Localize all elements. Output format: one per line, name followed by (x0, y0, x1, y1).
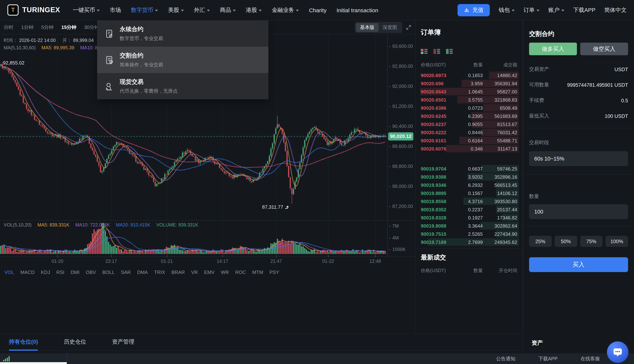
indicator-dma[interactable]: DMA (137, 270, 148, 275)
expand-icon[interactable] (406, 24, 412, 30)
menu-item-spot-trading[interactable]: 现货交易 代币兑换，零费用，无滑点 (97, 73, 268, 99)
ask-row[interactable]: 90020.60760.34631147.13 (421, 144, 517, 153)
nav-item-Charity[interactable]: Charity (309, 7, 326, 13)
percent-button-75[interactable]: 75% (580, 236, 603, 247)
bid-row[interactable]: 90019.83520.223720137.44 (421, 205, 517, 214)
timeframe-1分钟[interactable]: 1分钟 (21, 24, 33, 30)
nav-item-一键买币[interactable]: 一键买币 (73, 6, 100, 14)
ask-row[interactable]: 90020.61610.616455488.71 (421, 136, 517, 144)
indicator-obv[interactable]: OBV (86, 270, 96, 275)
percent-button-50[interactable]: 50% (555, 236, 577, 247)
chevron-down-icon (155, 10, 158, 11)
indicator-rsi[interactable]: RSI (56, 270, 64, 275)
footer-link-在线客服[interactable]: 在线客服 (580, 355, 600, 362)
ask-row[interactable]: 90020.6963.959356391.94 (421, 79, 517, 88)
nav-item-label: 数字货币 (131, 6, 153, 14)
timeframe-分时[interactable]: 分时 (4, 24, 13, 30)
logo-icon[interactable]: T (8, 4, 18, 16)
indicator-dmi[interactable]: DMI (71, 270, 80, 275)
ask-row[interactable]: 90020.66431.064595827.00 (421, 88, 517, 96)
layout-asks-icon[interactable] (434, 48, 440, 54)
nav-item-市场[interactable]: 市场 (110, 6, 121, 14)
indicator-vr[interactable]: VR (191, 270, 198, 275)
order-amount: 6508.49 (483, 105, 517, 111)
nav-item-label: 港股 (246, 6, 257, 14)
bid-row[interactable]: 90019.97040.663759746.25 (421, 164, 517, 173)
nav-item-商品[interactable]: 商品 (220, 6, 236, 14)
timeframe-30分钟[interactable]: 30分钟 (84, 24, 99, 30)
short-buy-button[interactable]: 做空买入 (580, 43, 628, 55)
amount-input[interactable] (529, 204, 628, 219)
indicator-trix[interactable]: TRIX (154, 270, 165, 275)
tab-basic-view[interactable]: 基本版 (356, 23, 378, 32)
chat-bubble-icon (612, 346, 623, 358)
buy-button[interactable]: 买入 (529, 257, 628, 272)
footer-link-公告通知[interactable]: 公告通知 (496, 355, 515, 362)
indicator-kdj[interactable]: KDJ (41, 270, 50, 275)
order-price: 90020.6222 (421, 130, 455, 135)
nav-item-外汇[interactable]: 外汇 (194, 6, 210, 14)
indicator-vol[interactable]: VOL (4, 270, 14, 275)
indicator-boll[interactable]: BOLL (102, 270, 115, 275)
indicator-emv[interactable]: EMV (204, 270, 214, 275)
indicator-wr[interactable]: WR (221, 270, 229, 275)
order-amount: 59746.25 (483, 166, 517, 172)
indicator-roc[interactable]: ROC (235, 270, 246, 275)
menu-item-perpetual-contract[interactable]: 永续合约 数字货币，专业交易 (97, 20, 268, 47)
deposit-button[interactable]: 充值 (458, 4, 490, 16)
bid-row[interactable]: 90019.80883.3644302862.64 (421, 222, 517, 230)
nav-item-数字货币[interactable]: 数字货币 (131, 6, 158, 14)
price-tick: -91,200.00 (389, 104, 413, 109)
nav-item-美股[interactable]: 美股 (168, 6, 184, 14)
ask-row[interactable]: 90020.69730.165314880.42 (421, 71, 517, 79)
bid-row[interactable]: 90019.75152.5265227434.90 (421, 230, 517, 238)
indicator-psy[interactable]: PSY (270, 270, 279, 275)
order-qty: 0.8446 (455, 130, 483, 135)
bid-row[interactable]: 90019.71892.7699249345.62 (421, 238, 517, 246)
trading-app: T TURINGEX 一键买币市场数字货币美股外汇商品港股金融业务Charity… (0, 0, 634, 364)
indicator-brar[interactable]: BRAR (172, 270, 185, 275)
ask-row[interactable]: 90020.62220.844676031.42 (421, 128, 517, 136)
indicator-macd[interactable]: MACD (20, 270, 35, 275)
tab-depth-view[interactable]: 深度图 (378, 23, 401, 32)
bid-row[interactable]: 90019.83280.192717346.82 (421, 214, 517, 222)
timeframe-15分钟[interactable]: 15分钟 (61, 24, 76, 30)
divider (67, 353, 67, 364)
time-tick-mark (375, 255, 376, 257)
nav-item-港股[interactable]: 港股 (246, 6, 262, 14)
tab-资产管理[interactable]: 资产管理 (112, 334, 134, 350)
logo-text[interactable]: TURINGEX (22, 6, 60, 14)
tab-历史仓位[interactable]: 历史仓位 (64, 334, 86, 350)
layout-bids-icon[interactable] (446, 48, 453, 54)
nav-item-account[interactable]: 账户 (548, 6, 564, 14)
ask-row[interactable]: 90020.62456.2395561683.69 (421, 112, 517, 120)
bottom-left-strip (0, 362, 67, 364)
bid-row[interactable]: 90019.88950.156714106.12 (421, 189, 517, 197)
orderbook-panel: 订单簿 价格(USDT) 数量 成交额 90020.69730.16531488… (415, 20, 523, 333)
bid-row[interactable]: 90019.93466.2932566513.45 (421, 181, 517, 189)
ask-row[interactable]: 90020.63860.07236508.49 (421, 104, 517, 112)
tick-label: 88,000.00 (392, 184, 413, 189)
timeframe-5分钟[interactable]: 5分钟 (41, 24, 54, 30)
nav-item-orders[interactable]: 订单 (524, 6, 540, 14)
percent-button-25[interactable]: 25% (529, 236, 552, 247)
layout-both-icon[interactable] (421, 48, 428, 54)
ask-row[interactable]: 90020.65013.5755321868.83 (421, 96, 517, 104)
tab-持有仓位(0)[interactable]: 持有仓位(0) (9, 334, 38, 350)
footer-link-下载APP[interactable]: 下载APP (538, 355, 558, 362)
long-buy-button[interactable]: 做多买入 (529, 43, 577, 55)
menu-item-delivery-contract[interactable]: 交割合约 简单操作，专业交易 (97, 47, 268, 73)
bid-row[interactable]: 90019.93883.9202352896.16 (421, 173, 517, 181)
indicator-mtm[interactable]: MTM (252, 270, 263, 275)
trade-period-select[interactable]: 60s 10~15% (529, 151, 628, 166)
ask-row[interactable]: 90020.62370.905581513.67 (421, 120, 517, 128)
bid-row[interactable]: 90019.85584.3716393530.80 (421, 197, 517, 205)
nav-item-Initial transaction[interactable]: Initial transaction (336, 7, 378, 13)
nav-item-language[interactable]: 简体中文 (604, 6, 626, 14)
customer-service-chat-button[interactable] (607, 342, 628, 363)
indicator-sar[interactable]: SAR (121, 270, 131, 275)
nav-item-金融业务[interactable]: 金融业务 (272, 6, 299, 14)
nav-item-download-app[interactable]: 下载APP (573, 6, 596, 14)
nav-item-wallet[interactable]: 钱包 (499, 6, 514, 14)
percent-button-100[interactable]: 100% (606, 236, 628, 247)
